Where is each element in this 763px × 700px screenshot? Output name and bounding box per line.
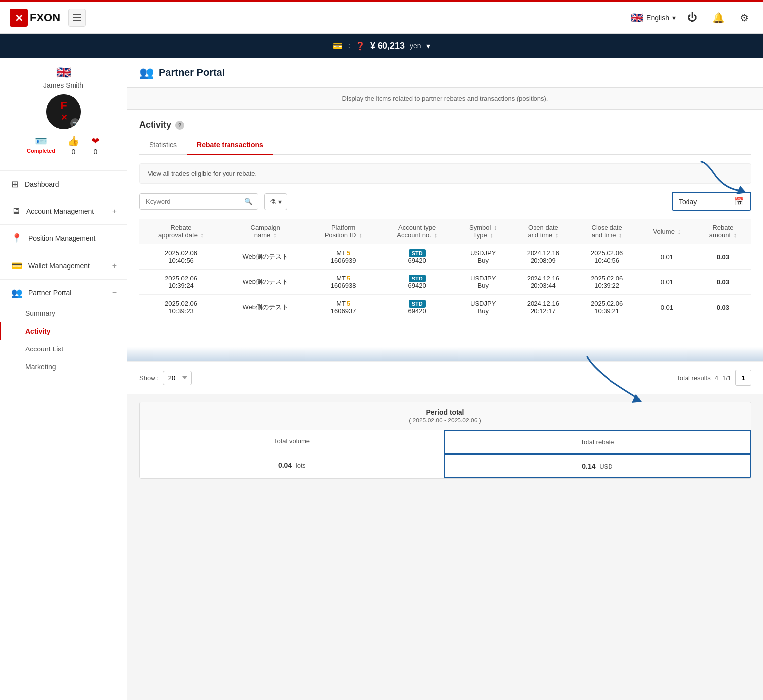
cell-close-date: 2025.02.0610:40:56 [575,244,639,270]
camera-icon[interactable]: 📷 [70,118,80,128]
sidebar-subitem-marketing[interactable]: Marketing [0,358,127,376]
type: Buy [459,307,507,315]
filter-button[interactable]: ⚗ ▾ [264,193,287,210]
hamburger-line [73,14,81,15]
sidebar-item-account-management[interactable]: 🖥 Account Management + [0,200,127,222]
period-header: Period total ( 2025.02.06 - 2025.02.06 ) [140,402,751,430]
partner-portal-icon: 👥 [11,287,22,298]
sidebar-subitem-activity[interactable]: Activity [0,322,127,340]
help-icon-balance[interactable]: ❓ [355,41,365,51]
balance-unit[interactable]: yen [410,42,421,50]
sidebar-navigation: ⊞ Dashboard 🖥 Account Management + 📍 Pos… [0,164,127,380]
col-open-date: Open dateand time ↕ [511,219,575,244]
cell-rebate-amount: 0.03 [695,270,751,295]
language-selector[interactable]: 🇬🇧 English ▾ [631,12,676,24]
user-stats: 🪪 Completed 👍 0 ❤ 0 [27,135,100,156]
power-button[interactable]: ⏻ [684,9,701,27]
main-layout: 🇬🇧 James Smith F ✕ 📷 🪪 Completed 👍 0 [0,58,763,700]
nav-divider [0,224,127,225]
account-type-badge: STD [409,275,426,282]
wallet-icon: 💳 [11,260,22,271]
page-description: Display the items related to partner reb… [127,88,763,110]
account-management-label: Account Management [26,208,106,215]
calendar-icon: 📅 [734,197,744,206]
search-button[interactable]: 🔍 [239,194,258,209]
total-rebate-label-cell: Total rebate [444,430,751,454]
nav-divider [0,279,127,280]
avatar[interactable]: F ✕ 📷 [46,94,81,129]
total-count: 4 [715,374,718,382]
sidebar-item-wallet-management[interactable]: 💳 Wallet Management + [0,254,127,277]
activity-header: Activity ? [139,110,751,136]
tab-rebate-transactions[interactable]: Rebate transactions [187,136,273,155]
stat-completed: 🪪 Completed [27,135,55,156]
account-management-icon: 🖥 [11,206,20,216]
settings-button[interactable]: ⚙ [735,9,753,27]
pagination-row: Show : 20 50 100 Total results 4 1/1 1 [127,361,763,394]
collapse-icon: − [112,288,117,297]
col-account-type: Account typeAccount no. ↕ [379,219,455,244]
table-header-row: Rebateapproval date ↕ Campaignname ↕ Pla… [139,219,751,244]
date-filter[interactable]: Today 📅 [672,192,751,211]
cell-campaign: Web側のテスト [223,244,307,270]
cell-rebate-amount: 0.03 [695,295,751,320]
sidebar-subitem-account-list[interactable]: Account List [0,340,127,358]
page-header: 👥 Partner Portal [127,58,763,88]
table-row: 2025.02.0610:39:24 Web側のテスト MT5 1606938 … [139,270,751,295]
wallet-management-label: Wallet Management [28,262,106,270]
volume-unit: lots [296,462,305,469]
likes-value: 0 [72,148,76,156]
balance-dropdown-icon[interactable]: ▾ [426,41,430,51]
page-size-select[interactable]: 20 50 100 [163,371,192,385]
activity-help-icon[interactable]: ? [175,121,184,130]
cell-rebate-date: 2025.02.0610:39:23 [139,295,223,320]
total-rebate-label: Total rebate [581,438,614,446]
dashboard-icon: ⊞ [11,179,19,190]
cell-platform: MT5 1606939 [307,244,379,270]
page-title: Partner Portal [159,67,225,78]
col-campaign-name: Campaignname ↕ [223,219,307,244]
tab-statistics[interactable]: Statistics [139,136,187,155]
nav-divider [0,252,127,252]
search-input[interactable] [140,194,239,209]
svg-text:✕: ✕ [60,113,67,122]
cell-campaign: Web側のテスト [223,270,307,295]
cell-account: STD 69420 [379,244,455,270]
cell-close-date: 2025.02.0610:39:22 [575,270,639,295]
nav-divider [0,170,127,171]
filter-dropdown-icon: ▾ [278,198,282,206]
cell-volume: 0.01 [639,244,695,270]
show-select-group: Show : 20 50 100 [139,371,192,385]
info-bar: View all trades eligible for your rebate… [139,163,751,184]
user-flag: 🇬🇧 [56,66,71,79]
rebate-unit: USD [599,463,612,470]
position-id: 1606937 [311,307,375,315]
sidebar-subitem-summary[interactable]: Summary [0,304,127,322]
cell-campaign: Web側のテスト [223,295,307,320]
cell-platform: MT5 1606938 [307,270,379,295]
mt-label: MT [336,300,346,307]
filter-left: 🔍 ⚗ ▾ [139,193,287,210]
notification-button[interactable]: 🔔 [709,9,727,27]
expand-icon: + [112,207,117,216]
mt-label: MT [336,275,346,282]
sidebar-item-dashboard[interactable]: ⊞ Dashboard [0,173,127,196]
sidebar-item-position-management[interactable]: 📍 Position Management [0,227,127,250]
page-1-button[interactable]: 1 [735,370,751,386]
user-name: James Smith [43,81,83,89]
account-type-badge: STD [409,249,426,257]
type: Buy [459,282,507,289]
thumbs-up-icon: 👍 [67,135,79,147]
volume-value: 0.04 [278,461,292,469]
cell-symbol: USDJPY Buy [455,244,511,270]
total-volume-label-cell: Total volume [140,430,444,454]
hamburger-button[interactable] [68,9,86,27]
sidebar-item-partner-portal[interactable]: 👥 Partner Portal − [0,281,127,304]
partner-portal-header-icon: 👥 [139,66,154,79]
cell-volume: 0.01 [639,295,695,320]
logo-icon: ✕ [10,9,28,27]
col-close-date: Close dateand time ↕ [575,219,639,244]
cell-platform: MT5 1606937 [307,295,379,320]
cell-account: STD 69420 [379,270,455,295]
total-volume-value-cell: 0.04 lots [140,454,444,478]
